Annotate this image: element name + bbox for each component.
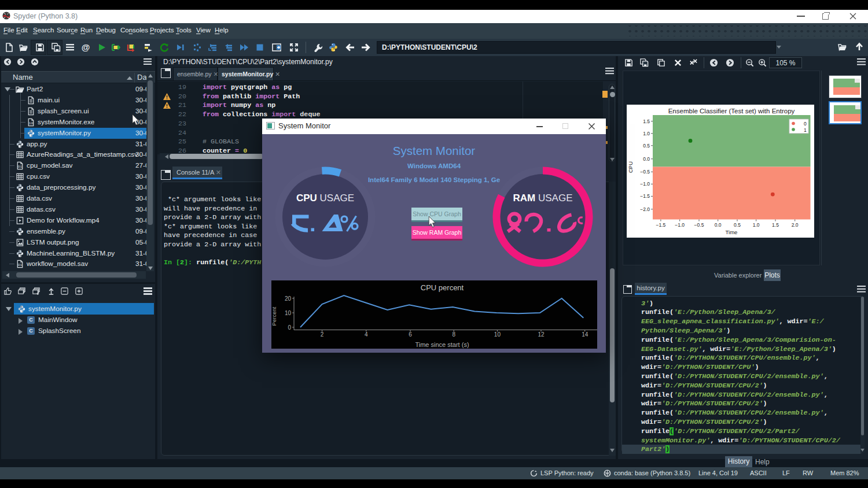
svg-text:Time: Time [726,229,738,235]
svg-text:1.5: 1.5 [772,222,779,228]
svg-text:10: 10 [285,310,292,316]
svg-text:0.0: 0.0 [643,156,650,162]
svg-text:2: 2 [321,331,324,338]
svg-text:2.0: 2.0 [792,222,799,228]
svg-text:0.5: 0.5 [734,222,741,228]
svg-text:CPU: CPU [627,161,634,173]
svg-text:CPU percent: CPU percent [421,283,464,292]
svg-text:@: @ [82,43,90,52]
svg-text:Percent: Percent [271,306,277,326]
svg-text:−1.0: −1.0 [640,181,650,187]
svg-text:1: 1 [804,127,807,133]
svg-text:1.0: 1.0 [753,222,760,228]
svg-text:8: 8 [452,331,455,338]
svg-text:Time since start (s): Time since start (s) [415,341,469,348]
svg-text:0: 0 [804,121,807,127]
svg-text:−0.5: −0.5 [640,169,650,175]
svg-text:10: 10 [29,121,34,125]
svg-text:−0.5: −0.5 [694,222,704,228]
svg-text:20: 20 [285,295,292,302]
svg-text:0.5: 0.5 [643,143,650,149]
svg-text:6: 6 [409,331,412,338]
svg-text:01: 01 [18,165,23,169]
svg-text:−1.5: −1.5 [640,193,650,199]
svg-text:4: 4 [365,331,368,338]
svg-text:0: 0 [288,324,291,331]
svg-text:01: 01 [18,264,23,268]
svg-text:−2.0: −2.0 [640,206,650,212]
svg-text:10: 10 [494,331,501,338]
svg-text:Ensemble Classifier (Test set): Ensemble Classifier (Test set) with Entr… [668,108,795,114]
svg-text:−1.5: −1.5 [656,222,666,228]
svg-text:1.0: 1.0 [643,131,650,136]
svg-text:12: 12 [538,331,545,338]
svg-text:1.5: 1.5 [643,119,650,124]
svg-text:−1.0: −1.0 [675,222,685,228]
svg-text:14: 14 [582,331,589,338]
svg-text:0.0: 0.0 [715,222,722,228]
